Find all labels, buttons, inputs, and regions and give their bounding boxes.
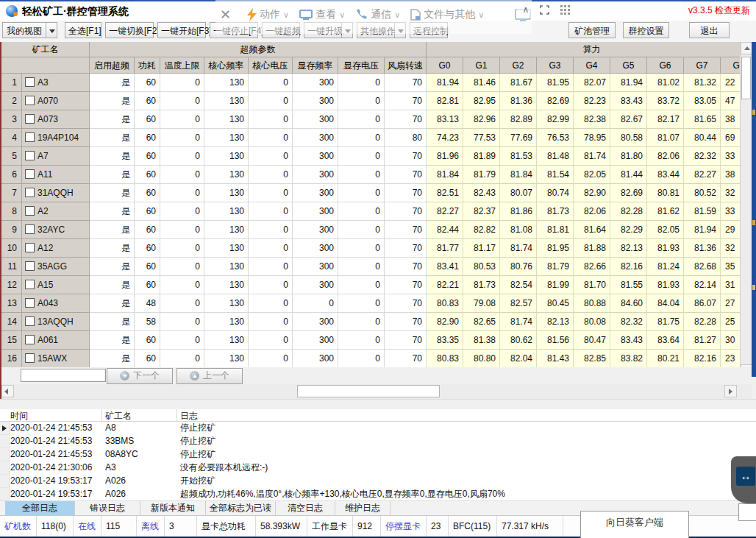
- toolbar-button-1[interactable]: 我的视图: [2, 22, 46, 38]
- toolbar-right-button-1[interactable]: 矿池管理: [568, 22, 616, 38]
- table-row[interactable]: 8A2是600130030007082.2782.3781.8681.7382.…: [1, 202, 740, 221]
- row-checkbox[interactable]: [25, 280, 35, 289]
- grid-icon[interactable]: [560, 5, 570, 15]
- miner-name-cell[interactable]: A073: [22, 110, 90, 129]
- row-checkbox[interactable]: [25, 114, 35, 124]
- row-checkbox[interactable]: [25, 132, 35, 142]
- miner-name-cell[interactable]: A061: [22, 331, 90, 350]
- param-cell: 0: [160, 239, 204, 258]
- log-tab-4[interactable]: 全部标志为已读: [206, 501, 276, 516]
- table-row[interactable]: 6A11是600130030007081.8481.7981.8481.5482…: [1, 166, 740, 184]
- toolbar-dropdown-arrow[interactable]: [46, 22, 57, 38]
- hashrate-cell: 33: [721, 147, 740, 166]
- toolbar-right-button-2[interactable]: 群控设置: [623, 22, 669, 38]
- table-row[interactable]: 731AQQH是600130030007082.5182.4380.0780.7…: [1, 184, 740, 202]
- row-checkbox[interactable]: [25, 335, 35, 344]
- table-row[interactable]: 13A043是4801300007080.8379.0882.5780.4580…: [1, 294, 740, 313]
- toolbar-button-4[interactable]: 一键开始[F3]: [157, 22, 206, 38]
- scroll-up-button[interactable]: [741, 42, 752, 54]
- overlay-item-动作[interactable]: 动作∨: [247, 8, 289, 21]
- toolbar-button-3[interactable]: 一键切换[F2]: [105, 22, 154, 38]
- param-cell: 是: [90, 202, 135, 221]
- hashrate-cell: 81.54: [537, 166, 574, 184]
- table-row[interactable]: 2A070是600130030007082.8182.9581.3682.698…: [1, 92, 740, 110]
- hashrate-cell: 82.13: [537, 313, 574, 331]
- overlay-item-文件与其他[interactable]: 文件与其他∨: [410, 8, 484, 21]
- row-checkbox[interactable]: [25, 261, 35, 271]
- row-checkbox[interactable]: [25, 353, 35, 363]
- miner-name-cell[interactable]: 31AQQH: [22, 184, 90, 202]
- find-next-button[interactable]: 下一个: [107, 368, 173, 384]
- row-checkbox[interactable]: [25, 96, 35, 105]
- row-checkbox[interactable]: [25, 224, 35, 234]
- log-row[interactable]: 2020-01-24 19:53:17A026超频成功,功耗46%,温度0°,核…: [0, 488, 756, 501]
- table-row[interactable]: 10A12是600130030007081.7781.1781.7481.958…: [1, 239, 740, 258]
- log-row[interactable]: 2020-01-24 19:53:17A026开始挖矿: [0, 475, 756, 488]
- hashrate-cell: 38: [721, 110, 740, 129]
- row-checkbox[interactable]: [25, 298, 35, 308]
- log-row[interactable]: 2020-01-24 21:45:5333BMS停止挖矿: [0, 435, 756, 448]
- log-miner-name: 08A8YC: [105, 448, 138, 461]
- version-check-update-link[interactable]: v3.3.5 检查更新: [682, 0, 750, 21]
- miner-name-cell[interactable]: A15: [22, 276, 90, 294]
- miner-name-cell[interactable]: 32AYC: [22, 221, 90, 239]
- fullscreen-icon[interactable]: [540, 5, 549, 15]
- miner-name-cell[interactable]: A12: [22, 239, 90, 258]
- table-row[interactable]: 3A073是600130030007083.1382.9682.8982.998…: [1, 110, 740, 129]
- miner-name-cell[interactable]: A043: [22, 294, 90, 313]
- table-row[interactable]: 1135AGG是600130030007083.4180.5380.7681.7…: [1, 258, 740, 276]
- toolbar-right-button-3[interactable]: 退出: [689, 22, 730, 38]
- toolbar-button-2[interactable]: 全选[F1]: [65, 22, 101, 38]
- miner-name-cell[interactable]: 19A4P104: [22, 129, 90, 147]
- table-row[interactable]: 932AYC是600130030007082.4482.8281.0881.81…: [1, 221, 740, 239]
- log-row[interactable]: 2020-01-24 21:45:5308A8YC停止挖矿: [0, 448, 756, 461]
- row-checkbox[interactable]: [25, 243, 35, 252]
- log-tab-5[interactable]: 清空日志: [276, 501, 335, 516]
- row-checkbox[interactable]: [25, 151, 35, 160]
- miner-name-cell[interactable]: A11: [22, 166, 90, 184]
- overlay-item-close[interactable]: ✕: [220, 7, 237, 23]
- log-tab-1[interactable]: 全部日志: [5, 501, 75, 516]
- log-row[interactable]: 2020-01-24 21:30:06A3没有必要跟本机远程:-): [0, 461, 756, 475]
- row-checkbox[interactable]: [25, 316, 35, 326]
- miner-name-cell[interactable]: 35AGG: [22, 258, 90, 276]
- miner-name-cell[interactable]: 13AQQH: [22, 313, 90, 331]
- log-row[interactable]: 2020-01-24 21:45:53A8停止挖矿: [0, 422, 756, 435]
- table-row[interactable]: 1A3是600130030007081.9481.4681.6781.9582.…: [1, 74, 740, 92]
- horizontal-scroll-thumb[interactable]: [297, 385, 440, 397]
- miner-name-cell[interactable]: A3: [22, 74, 90, 92]
- row-checkbox[interactable]: [25, 206, 35, 216]
- table-row[interactable]: 5A7是600130030007081.9681.8981.5381.4881.…: [1, 147, 740, 166]
- row-checkbox[interactable]: [25, 169, 35, 179]
- overlay-item-查看[interactable]: 查看∨: [299, 8, 345, 21]
- log-tab-3[interactable]: 新版本通知: [140, 501, 206, 516]
- hashrate-cell: 83.82: [610, 350, 647, 367]
- table-row[interactable]: 1615AWX是600130030007080.8380.8082.0481.4…: [1, 350, 740, 367]
- teamviewer-panel[interactable]: ↔: [731, 456, 756, 503]
- row-checkbox[interactable]: [25, 188, 35, 197]
- grid-vertical-scrollbar[interactable]: [740, 42, 752, 378]
- param-cell: 70: [385, 184, 427, 202]
- miner-name-cell[interactable]: A2: [22, 202, 90, 221]
- hashrate-cell: 82.21: [427, 276, 463, 294]
- miner-name-cell[interactable]: A070: [22, 92, 90, 110]
- table-row[interactable]: 419A4P104是600130030008074.2377.5377.6976…: [1, 129, 740, 147]
- grid-horizontal-scrollbar[interactable]: [1, 384, 752, 399]
- sunflower-client-box[interactable]: 向日葵客户端: [580, 511, 689, 538]
- row-checkbox[interactable]: [25, 77, 35, 87]
- miner-name-cell[interactable]: 15AWX: [22, 350, 90, 367]
- scroll-right-button[interactable]: [724, 385, 737, 397]
- table-row[interactable]: 12A15是600130030007082.2181.7382.5481.998…: [1, 276, 740, 294]
- miner-name-cell[interactable]: A7: [22, 147, 90, 166]
- log-tab-6[interactable]: 维护日志: [335, 501, 391, 516]
- collapse-icon[interactable]: ∧: [523, 4, 529, 15]
- scroll-left-button[interactable]: [1, 385, 14, 397]
- log-tab-2[interactable]: 错误日志: [75, 501, 140, 516]
- overlay-item-通信[interactable]: 通信∨: [355, 8, 400, 21]
- table-row[interactable]: 1413AQQH是580130030007082.9082.6581.7482.…: [1, 313, 740, 331]
- find-input[interactable]: [21, 369, 106, 382]
- log-time: 2020-01-24 21:45:53: [10, 448, 92, 461]
- find-prev-button[interactable]: 上一个: [176, 368, 243, 384]
- table-row[interactable]: 15A061是600130030007083.3581.3880.6281.56…: [1, 331, 740, 350]
- vertical-scroll-thumb[interactable]: [741, 57, 751, 99]
